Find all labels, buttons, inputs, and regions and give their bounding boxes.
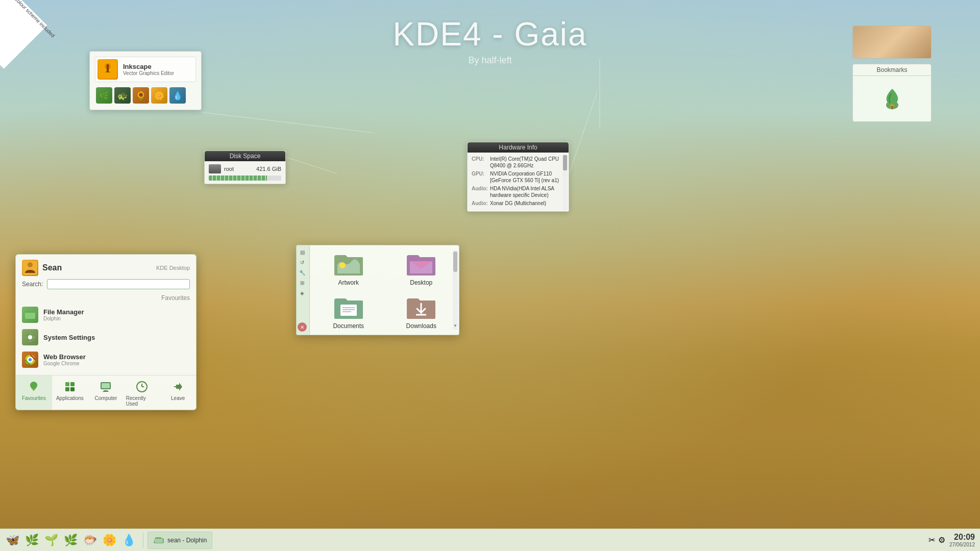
disk-size: 421.6 GiB (256, 166, 281, 172)
taskbar-icon-sprout[interactable]: 🌱 (42, 531, 60, 549)
tab-leave-label: Leave (171, 395, 185, 401)
taskbar-icon-fish[interactable]: 🐡 (81, 531, 99, 549)
taskbar-dolphin-icon (153, 535, 164, 546)
tab-favourites-label: Favourites (22, 395, 46, 401)
launcher-tab-favourites[interactable]: Favourites (16, 375, 52, 410)
dolphin-folder-desktop[interactable]: Desktop (389, 251, 454, 286)
taskbar-icon-plant1[interactable]: 🌿 (22, 531, 41, 549)
settings-icon (24, 331, 36, 343)
svg-rect-49 (155, 539, 163, 543)
launcher-tab-leave[interactable]: Leave (160, 375, 196, 410)
launcher-user-icon (22, 260, 38, 276)
taskbar: 🦋 🌿 🌱 🌿 🐡 🌼 💧 sean - Dolphin ✂ ⚙ 20:09 2… (0, 529, 980, 551)
bookmarks-body (852, 76, 932, 122)
svg-point-43 (339, 262, 346, 268)
svg-point-30 (33, 389, 35, 391)
tray-icon-scissors[interactable]: ✂ (928, 535, 935, 545)
mini-icon-4[interactable]: 🌼 (151, 87, 167, 104)
dolphin-taskbar-icon (154, 535, 164, 545)
disk-name: root (224, 166, 234, 172)
taskbar-tray: ✂ ⚙ (928, 535, 945, 545)
dolphin-window: ▤ ↺ 🔧 ⊞ ◈ ✕ Artwork (296, 245, 459, 335)
inkscape-app-row[interactable]: Inkscape Vector Graphics Editor (95, 57, 196, 82)
disk-row: root 421.6 GiB (209, 164, 281, 173)
launcher-tab-computer[interactable]: Computer (88, 375, 124, 410)
bookmarks-widget: Bookmarks (852, 64, 932, 122)
svg-rect-31 (65, 382, 69, 386)
hw-audio1-row: Audio: HDA NVidia(HDA Intel ALSA hardwar… (472, 185, 565, 198)
disk-body: root 421.6 GiB (205, 161, 285, 184)
hw-gpu-label: GPU: (472, 170, 488, 184)
tab-applications-label: Applications (56, 395, 84, 401)
dolphin-folder-artwork[interactable]: Artwork (316, 251, 381, 286)
svg-rect-37 (104, 390, 108, 391)
dolphin-scrollbar-down-arrow[interactable]: ▼ (453, 323, 457, 328)
launcher-tab-recent[interactable]: Recently Used (124, 375, 160, 410)
dolphin-tool-2[interactable]: ↺ (298, 258, 307, 267)
artwork-folder-icon (332, 251, 365, 277)
favourites-tab-icon (27, 380, 41, 394)
hardware-info-widget: Hardware Info CPU: Intel(R) Core(TM)2 Qu… (467, 142, 569, 212)
hw-header: Hardware Info (468, 142, 569, 153)
computer-icon (100, 381, 112, 393)
svg-rect-32 (70, 382, 75, 386)
documents-folder-icon (332, 294, 365, 320)
hw-gpu-value: NVIDIA Corporation GF110 [GeForce GTX 56… (490, 170, 565, 184)
taskbar-right: ✂ ⚙ 20:09 27/06/2012 (923, 533, 980, 547)
dolphin-tool-3[interactable]: 🔧 (298, 268, 307, 277)
documents-folder-name: Documents (333, 322, 364, 330)
dolphin-tool-4[interactable]: ⊞ (298, 278, 307, 287)
svg-point-29 (29, 358, 32, 361)
svg-rect-8 (107, 64, 109, 72)
taskbar-left: 🦋 🌿 🌱 🌿 🐡 🌼 💧 (0, 531, 141, 549)
taskbar-clock[interactable]: 20:09 27/06/2012 (949, 533, 975, 547)
dolphin-folder-downloads[interactable]: Downloads (389, 294, 454, 330)
inkscape-name: Inkscape (123, 63, 174, 70)
dolphin-tool-1[interactable]: ▤ (298, 247, 307, 257)
svg-rect-34 (70, 387, 75, 391)
dolphin-scrollbar[interactable]: ▼ (453, 251, 458, 330)
inkscape-info: Inkscape Vector Graphics Editor (123, 63, 174, 76)
svg-rect-36 (102, 383, 110, 388)
launcher-tab-applications[interactable]: Applications (52, 375, 88, 410)
hw-audio1-label: Audio: (472, 185, 488, 198)
hw-body: CPU: Intel(R) Core(TM)2 Quad CPU Q8400 @… (468, 153, 569, 211)
user-avatar-icon (23, 261, 37, 275)
downloads-icon (406, 294, 436, 320)
artwork-icon (333, 251, 364, 277)
documents-icon (333, 294, 364, 320)
dolphin-folder-documents[interactable]: Documents (316, 294, 381, 330)
launcher-filemanager-name: File Manager (43, 308, 84, 316)
launcher-item-settings[interactable]: System Settings (16, 326, 196, 348)
taskbar-icon-droplet[interactable]: 💧 (119, 531, 138, 549)
launcher-item-browser[interactable]: Web Browser Google Chrome (16, 348, 196, 371)
taskbar-separator (143, 533, 143, 548)
taskbar-icon-butterfly[interactable]: 🦋 (3, 531, 21, 549)
mini-icon-5[interactable]: 💧 (169, 87, 186, 104)
mini-icon-3[interactable]: 🌻 (133, 87, 149, 104)
mini-icon-2[interactable]: 🐢 (114, 87, 131, 104)
recent-tab-icon (135, 380, 149, 394)
dolphin-close-button[interactable]: ✕ (298, 322, 307, 332)
desktop-folder-icon (405, 251, 437, 277)
tab-recent-label: Recently Used (126, 395, 158, 407)
launcher-user: Sean (22, 260, 62, 276)
downloads-folder-icon (405, 294, 437, 320)
launcher-search-label: Search: (22, 281, 43, 288)
taskbar-icon-flower[interactable]: 🌼 (100, 531, 118, 549)
hw-scrollbar[interactable] (562, 155, 568, 210)
disk-header: Disk Space (205, 151, 285, 161)
launcher-item-filemanager[interactable]: File Manager Dolphin (16, 304, 196, 326)
mini-icon-1[interactable]: 🌿 (96, 87, 112, 104)
inkscape-logo (99, 60, 117, 79)
taskbar-icon-plant2[interactable]: 🌿 (61, 531, 80, 549)
dolphin-tool-5[interactable]: ◈ (298, 288, 307, 297)
clock-date-display: 27/06/2012 (949, 542, 975, 547)
launcher-settings-info: System Settings (43, 334, 95, 341)
taskbar-dolphin-window[interactable]: sean - Dolphin (148, 532, 212, 549)
launcher-search-input[interactable] (47, 279, 190, 289)
thumbnail-widget (852, 26, 932, 59)
tray-icon-gear[interactable]: ⚙ (938, 535, 945, 545)
hw-gpu-row: GPU: NVIDIA Corporation GF110 [GeForce G… (472, 170, 565, 184)
applications-tab-icon (63, 380, 77, 394)
